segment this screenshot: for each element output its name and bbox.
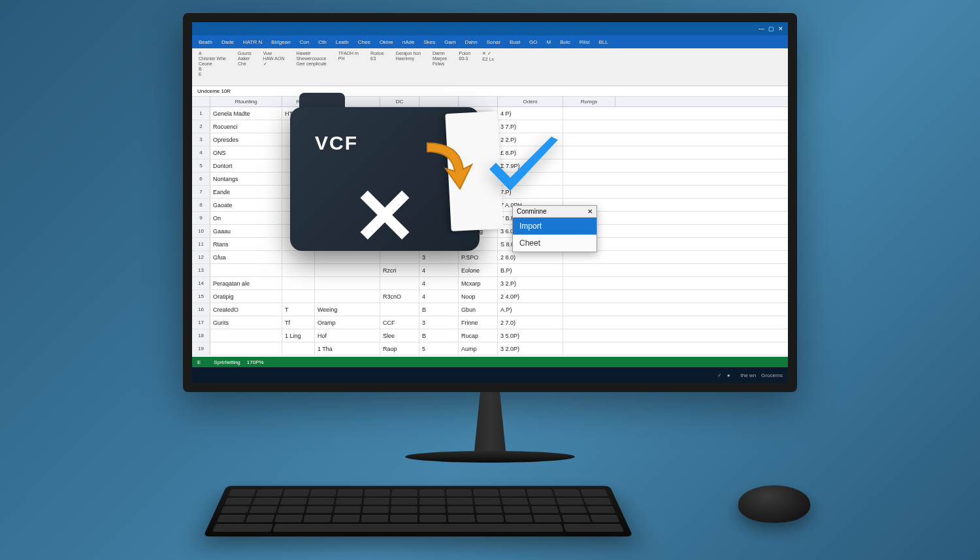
cell[interactable]: A.P) xyxy=(498,303,563,316)
cell[interactable]: Noop xyxy=(459,290,498,303)
ribbon-control[interactable]: Che xyxy=(238,61,252,66)
cell[interactable]: B xyxy=(419,303,459,316)
cell[interactable]: Opresdes xyxy=(210,133,282,146)
ribbon-control[interactable]: E xyxy=(199,72,226,76)
cell[interactable]: Weeing xyxy=(315,303,380,316)
ribbon-control[interactable]: 80-3 xyxy=(459,56,470,61)
cell[interactable]: Genela Madte xyxy=(210,107,282,120)
cell[interactable]: Raop xyxy=(380,342,419,355)
row-header[interactable]: 14 xyxy=(192,277,210,289)
cell[interactable]: Frinne xyxy=(459,316,498,329)
row-header[interactable]: 4 xyxy=(192,146,210,159)
cell[interactable]: Oratipig xyxy=(210,290,282,303)
ribbon-control[interactable]: Gouns xyxy=(238,51,252,56)
row-header[interactable]: 10 xyxy=(192,225,210,237)
ribbon-control[interactable]: Haeremy xyxy=(396,56,421,61)
ribbon-tab[interactable]: Con xyxy=(300,39,310,45)
cell[interactable]: Nontangs xyxy=(210,173,282,185)
ribbon-control[interactable]: E2 Lx xyxy=(482,57,494,61)
cell[interactable]: 4 xyxy=(419,264,459,276)
cell[interactable] xyxy=(282,342,315,355)
cell[interactable]: ONS xyxy=(210,146,282,159)
ribbon-tab[interactable]: Bolc xyxy=(560,39,570,45)
ribbon-tab[interactable]: Cth xyxy=(318,39,326,45)
cell[interactable]: 2 4.0P) xyxy=(498,290,563,303)
row-header[interactable]: 7 xyxy=(192,186,210,198)
cell[interactable]: Rucap xyxy=(459,329,498,342)
ribbon-tab[interactable]: Okine xyxy=(380,39,393,45)
cell[interactable]: Gfua xyxy=(210,251,282,263)
cell[interactable]: Dontort xyxy=(210,159,282,172)
cell[interactable] xyxy=(315,277,380,289)
cell[interactable] xyxy=(210,329,282,342)
ribbon-tab[interactable]: BLL xyxy=(598,39,608,45)
row-header[interactable]: 13 xyxy=(192,264,210,276)
ribbon-tab[interactable]: Leath xyxy=(336,39,349,45)
taskbar-item[interactable]: ✓ xyxy=(717,372,722,378)
cell[interactable]: 3 2.0P) xyxy=(498,342,563,355)
cell[interactable] xyxy=(210,342,282,355)
ribbon-tab[interactable]: Chee xyxy=(358,39,370,45)
cell[interactable]: Rzcri xyxy=(380,264,419,276)
cell[interactable]: Eande xyxy=(210,186,282,198)
ribbon-tab[interactable]: M xyxy=(547,39,551,45)
cell[interactable]: Gaaau xyxy=(210,225,282,237)
taskbar-item[interactable]: Grocerns xyxy=(761,372,783,378)
menu-close-icon[interactable]: ✕ xyxy=(587,208,593,215)
cell[interactable]: CreatedO xyxy=(210,303,282,316)
menu-item-cheet[interactable]: Cheet xyxy=(513,235,596,252)
ribbon-control[interactable]: Shewercoucce xyxy=(296,56,326,61)
ribbon-control[interactable]: Aaker xyxy=(238,56,252,61)
row-header[interactable]: 12 xyxy=(192,251,210,263)
cell[interactable]: B.P) xyxy=(498,264,563,276)
ribbon-tab[interactable]: GO xyxy=(529,39,537,45)
ribbon-control[interactable]: B xyxy=(199,67,226,71)
ribbon-control[interactable]: PH xyxy=(338,56,359,61)
cell[interactable]: Rocuenci xyxy=(210,120,282,133)
row-header[interactable]: 17 xyxy=(192,316,210,329)
cell[interactable]: T xyxy=(282,303,315,316)
taskbar-item[interactable]: the wn xyxy=(741,372,757,378)
cell[interactable]: Rtans xyxy=(210,238,282,250)
ribbon-tab[interactable]: HATR N xyxy=(243,39,262,45)
cell[interactable]: Peraqatan ale xyxy=(210,277,282,289)
ribbon-tab[interactable]: Beath xyxy=(199,39,212,45)
row-header[interactable]: 18 xyxy=(192,329,210,342)
row-header[interactable]: 15 xyxy=(192,290,210,303)
cell[interactable]: 3 2.P) xyxy=(498,277,563,289)
ribbon-tab[interactable]: Bidgean xyxy=(271,39,290,45)
row-header[interactable]: 8 xyxy=(192,199,210,211)
close-button[interactable]: ✕ xyxy=(778,25,783,32)
ribbon-control[interactable]: Vuw xyxy=(263,51,285,56)
cell[interactable]: 2 7.0) xyxy=(498,316,563,329)
row-header[interactable]: 5 xyxy=(192,159,210,172)
cell[interactable]: Oramp xyxy=(315,316,380,329)
row-header[interactable]: 6 xyxy=(192,173,210,185)
column-header[interactable]: Rtounting xyxy=(210,97,282,107)
ribbon-tab[interactable]: Rilst xyxy=(580,39,590,45)
cell[interactable] xyxy=(210,264,282,276)
cell[interactable] xyxy=(380,277,419,289)
cell[interactable] xyxy=(282,264,315,276)
cell[interactable]: 4 P) xyxy=(498,107,563,120)
ribbon-control[interactable]: E3 xyxy=(370,56,384,61)
ribbon-tab[interactable]: Skes xyxy=(423,39,435,45)
cell[interactable]: B xyxy=(419,329,459,342)
cell[interactable]: 3 7.P) xyxy=(498,120,563,133)
ribbon-control[interactable]: Hawetr xyxy=(296,51,326,56)
cell[interactable] xyxy=(282,277,315,289)
ribbon-control[interactable]: Gee cenplicule xyxy=(296,61,326,66)
taskbar-item[interactable]: ● xyxy=(727,372,730,378)
ribbon-tab[interactable]: Sonar xyxy=(487,39,500,45)
cell[interactable]: Gbun xyxy=(459,303,498,316)
ribbon-control[interactable]: Chisnier Whe xyxy=(199,56,226,61)
row-header[interactable]: 3 xyxy=(192,133,210,146)
ribbon-control[interactable]: TFAOH m xyxy=(338,51,359,56)
cell[interactable]: Gurits xyxy=(210,316,282,329)
column-header[interactable]: Rumgs xyxy=(563,97,615,107)
cell[interactable]: On xyxy=(210,212,282,224)
cell[interactable] xyxy=(380,303,419,316)
cell[interactable]: 3 5.0P) xyxy=(498,329,563,342)
cell[interactable]: Mcxarp xyxy=(459,277,498,289)
cell[interactable]: 1 Ling xyxy=(282,329,315,342)
